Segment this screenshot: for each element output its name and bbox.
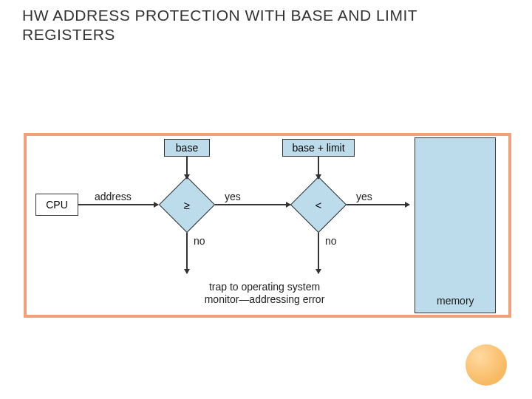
compare-ge-symbol: ≥ [184,198,190,211]
memory-box [415,137,496,313]
arrow-limit-to-lt [318,157,319,179]
trap-line1: trap to operating system [209,281,320,293]
ge-no-label: no [194,235,205,247]
compare-lt-diamond: < [290,177,347,233]
ge-yes-label: yes [225,191,241,202]
lt-no-label: no [325,235,337,247]
base-register-box: base [164,139,210,157]
trap-line2: monitor—addressing error [205,293,325,305]
arrow-lt-no [318,233,319,273]
cpu-box: CPU [35,194,78,216]
lt-yes-label: yes [356,191,372,202]
decorative-circle-icon [466,344,507,386]
base-plus-limit-box: base + limit [282,139,355,157]
compare-ge-diamond: ≥ [159,177,215,233]
arrow-base-to-ge [186,157,188,179]
page-title: HW ADDRESS PROTECTION WITH BASE AND LIMI… [22,6,510,45]
diagram-frame: CPU base base + limit memory ≥ < address… [24,133,511,318]
compare-lt-symbol: < [316,198,322,211]
address-label: address [95,191,132,202]
arrow-ge-no [186,233,188,273]
arrow-lt-yes [347,204,409,205]
memory-label: memory [437,295,474,307]
trap-text: trap to operating system monitor—address… [191,281,338,306]
diagram: CPU base base + limit memory ≥ < address… [27,136,508,315]
arrow-cpu-to-ge [78,204,158,205]
arrow-ge-yes [215,204,290,205]
